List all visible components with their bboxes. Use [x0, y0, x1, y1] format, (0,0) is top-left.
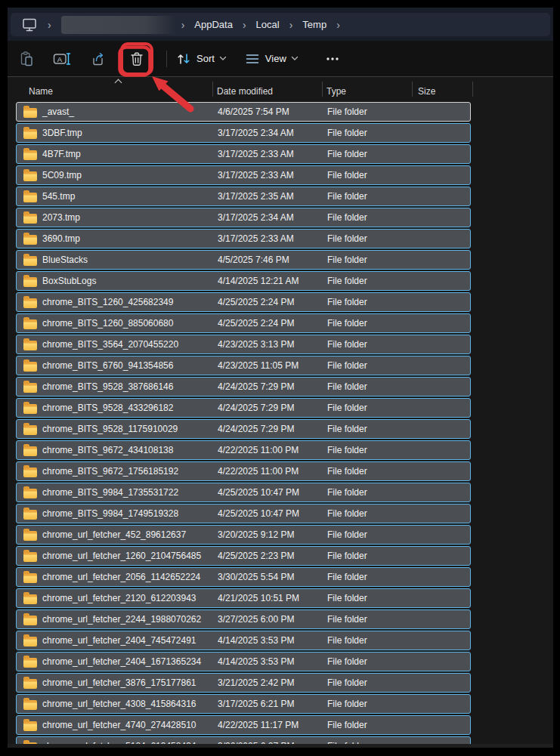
folder-icon	[23, 404, 37, 414]
chevron-right-icon[interactable]: ›	[48, 20, 51, 30]
table-row[interactable]: chrome_url_fetcher_2404_1671365234 4/14/…	[16, 652, 471, 671]
table-row[interactable]: chrome_BITS_1260_425682349 4/25/2025 2:2…	[16, 292, 471, 312]
column-header-type[interactable]: Type	[326, 86, 346, 97]
breadcrumb-segment-local[interactable]: Local	[252, 17, 284, 32]
breadcrumb-segment-appdata[interactable]: AppData	[190, 17, 237, 32]
date-modified: 4/5/2025 7:46 PM	[218, 255, 289, 265]
file-type: File folder	[327, 339, 367, 350]
table-row[interactable]: 5C09.tmp 3/17/2025 2:33 AM File folder	[16, 165, 471, 185]
column-separator[interactable]	[322, 82, 323, 97]
redacted-breadcrumb-segment[interactable]	[61, 16, 176, 34]
file-type: File folder	[327, 551, 367, 561]
table-row[interactable]: chrome_url_fetcher_1260_2104756485 4/25/…	[16, 546, 471, 566]
column-separator[interactable]	[212, 82, 213, 97]
table-row[interactable]: chrome_BITS_3564_2070455220 4/23/2025 3:…	[16, 335, 471, 354]
breadcrumb-segment-temp[interactable]: Temp	[298, 17, 331, 32]
more-options-button[interactable]	[320, 48, 345, 70]
table-row[interactable]: 545.tmp 3/17/2025 2:35 AM File folder	[16, 187, 471, 206]
file-name: chrome_url_fetcher_2244_1988070262	[42, 614, 201, 625]
date-modified: 3/17/2025 6:21 PM	[218, 699, 294, 709]
folder-icon	[23, 256, 37, 266]
file-name: chrome_url_fetcher_2120_612203943	[42, 593, 196, 603]
table-row[interactable]: chrome_url_fetcher_2056_1142652224 3/30/…	[16, 567, 471, 587]
rename-icon: A	[53, 51, 71, 66]
file-type: File folder	[327, 381, 367, 392]
table-row[interactable]: 3DBF.tmp 3/17/2025 2:34 AM File folder	[16, 123, 471, 143]
sort-label: Sort	[196, 53, 215, 64]
table-row[interactable]: 2073.tmp 3/17/2025 2:34 AM File folder	[16, 208, 471, 227]
share-button[interactable]	[85, 46, 110, 72]
table-row[interactable]: chrome_BITS_6760_941354856 4/23/2025 11:…	[16, 356, 471, 375]
file-type: File folder	[327, 276, 367, 286]
chevron-right-icon[interactable]: ›	[181, 20, 185, 30]
rename-button[interactable]: A	[49, 46, 75, 72]
column-header-size[interactable]: Size	[418, 86, 435, 97]
date-modified: 4/23/2025 11:05 PM	[218, 360, 299, 371]
table-row[interactable]: chrome_url_fetcher_3876_175177861 3/21/2…	[16, 673, 471, 693]
file-type: File folder	[327, 720, 367, 730]
chevron-right-icon[interactable]: ›	[336, 20, 340, 30]
file-list-viewport: _avast_ 4/6/2025 7:54 PM File folder 3DB…	[8, 99, 553, 744]
table-row[interactable]: chrome_BITS_9984_1749519328 4/25/2025 10…	[16, 504, 471, 523]
ellipsis-icon	[325, 57, 340, 61]
date-modified: 4/25/2025 2:24 PM	[218, 318, 294, 329]
share-icon	[89, 51, 106, 67]
file-explorer-window: › › AppData › Local › Temp › A	[8, 8, 553, 748]
file-type: File folder	[327, 699, 367, 709]
file-type: File folder	[327, 297, 367, 307]
column-header-name[interactable]: Name	[29, 86, 53, 97]
table-row[interactable]: chrome_BITS_9528_433296182 4/24/2025 7:2…	[16, 398, 471, 418]
table-row[interactable]: chrome_url_fetcher_5184_613458434 3/26/2…	[16, 736, 471, 744]
table-row[interactable]: BlueStacks 4/5/2025 7:46 PM File folder	[16, 250, 471, 270]
paste-button[interactable]	[14, 46, 39, 72]
date-modified: 4/25/2025 10:47 PM	[218, 508, 299, 519]
view-label: View	[265, 53, 286, 64]
view-button[interactable]: View	[245, 52, 299, 66]
table-row[interactable]: chrome_url_fetcher_4740_274428510 4/22/2…	[16, 715, 471, 735]
file-name: 4B7F.tmp	[42, 149, 81, 159]
table-row[interactable]: chrome_url_fetcher_4308_415864316 3/17/2…	[16, 694, 471, 714]
file-name: chrome_url_fetcher_452_89612637	[42, 529, 186, 540]
column-separator[interactable]	[472, 82, 473, 97]
table-row[interactable]: 4B7F.tmp 3/17/2025 2:33 AM File folder	[16, 144, 471, 164]
table-row[interactable]: chrome_BITS_9528_1175910029 4/24/2025 7:…	[16, 419, 471, 439]
table-row[interactable]: chrome_url_fetcher_452_89612637 3/20/202…	[16, 525, 471, 545]
table-row[interactable]: 3690.tmp 3/17/2025 2:33 AM File folder	[16, 229, 471, 248]
folder-icon	[23, 467, 37, 477]
sort-button[interactable]: Sort	[176, 51, 227, 66]
file-name: 5C09.tmp	[42, 170, 82, 181]
date-modified: 4/25/2025 2:23 PM	[218, 551, 294, 561]
file-name: chrome_url_fetcher_2404_745472491	[42, 635, 196, 646]
chevron-right-icon[interactable]: ›	[243, 20, 246, 30]
file-name: chrome_BITS_9984_1749519328	[42, 508, 178, 519]
table-row[interactable]: chrome_url_fetcher_2404_745472491 4/14/2…	[16, 631, 471, 650]
table-row[interactable]: chrome_BITS_9528_387686146 4/24/2025 7:2…	[16, 377, 471, 397]
this-pc-button[interactable]	[17, 14, 42, 35]
delete-button[interactable]	[124, 46, 150, 72]
column-separator[interactable]	[412, 82, 413, 97]
file-name: 545.tmp	[42, 191, 75, 202]
table-row[interactable]: BoxStubLogs 4/14/2025 12:21 AM File fold…	[16, 271, 471, 291]
date-modified: 4/22/2025 11:00 PM	[218, 466, 299, 477]
table-row[interactable]: chrome_url_fetcher_2244_1988070262 3/27/…	[16, 609, 471, 629]
table-row[interactable]: _avast_ 4/6/2025 7:54 PM File folder	[16, 102, 471, 122]
date-modified: 3/30/2025 5:54 PM	[218, 572, 294, 582]
table-row[interactable]: chrome_BITS_9984_1735531722 4/25/2025 10…	[16, 483, 471, 502]
file-type: File folder	[327, 593, 367, 603]
sort-arrows-icon	[176, 51, 191, 66]
file-type: File folder	[327, 508, 367, 519]
file-name: chrome_BITS_9528_387686146	[42, 381, 173, 392]
chevron-right-icon[interactable]: ›	[289, 20, 293, 30]
table-row[interactable]: chrome_BITS_9672_1756185192 4/22/2025 11…	[16, 461, 471, 481]
folder-icon	[23, 150, 37, 160]
chevron-down-icon	[219, 56, 227, 61]
file-type: File folder	[327, 656, 367, 667]
column-header-date-modified[interactable]: Date modified	[217, 86, 273, 97]
paste-icon	[18, 51, 35, 67]
table-row[interactable]: chrome_BITS_9672_434108138 4/22/2025 11:…	[16, 440, 471, 460]
table-row[interactable]: chrome_BITS_1260_885060680 4/25/2025 2:2…	[16, 313, 471, 333]
file-type: File folder	[327, 149, 367, 159]
date-modified: 3/27/2025 6:00 PM	[218, 614, 294, 625]
folder-icon	[23, 489, 37, 498]
table-row[interactable]: chrome_url_fetcher_2120_612203943 4/21/2…	[16, 588, 471, 608]
